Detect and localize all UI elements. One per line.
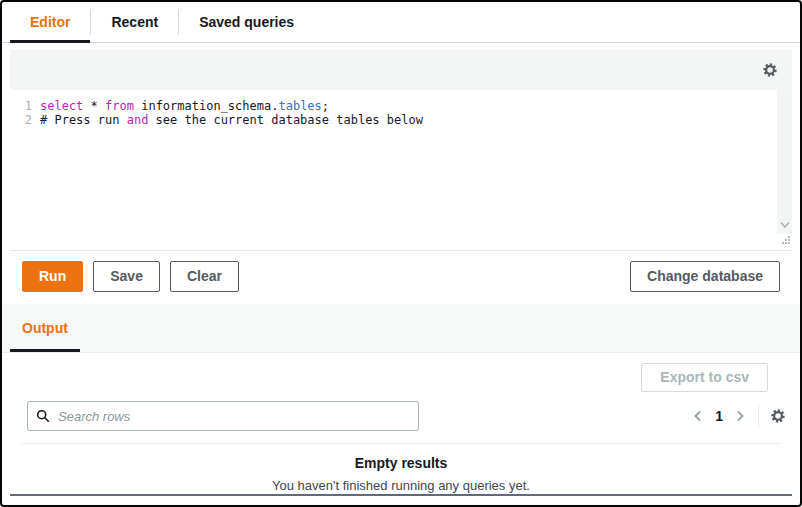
change-database-button[interactable]: Change database [630, 261, 780, 292]
tab-saved-queries[interactable]: Saved queries [179, 2, 314, 42]
tab-output[interactable]: Output [10, 305, 80, 352]
editor-tabbar: Editor Recent Saved queries [2, 2, 800, 43]
search-rows-field [27, 401, 419, 431]
empty-results-title: Empty results [22, 444, 780, 471]
results-table: Empty results You haven't finished runni… [22, 443, 780, 507]
export-to-csv-button[interactable]: Export to csv [641, 363, 768, 392]
query-editor-window: Editor Recent Saved queries 1select * fr… [0, 0, 802, 507]
output-bottom-edge [10, 494, 792, 496]
chevron-down-icon [779, 218, 791, 232]
gear-icon[interactable] [762, 62, 778, 78]
tab-editor[interactable]: Editor [10, 2, 90, 42]
run-button[interactable]: Run [22, 261, 83, 292]
chevron-left-icon[interactable] [691, 409, 705, 423]
tab-recent[interactable]: Recent [91, 2, 178, 42]
editor-actions: Run Save Clear Change database [2, 251, 800, 304]
gear-icon[interactable] [770, 408, 786, 424]
save-button[interactable]: Save [93, 261, 160, 292]
editor-scrollbar[interactable] [777, 90, 792, 234]
editor-toolbar [10, 50, 792, 90]
code-lines: 1select * from information_schema.tables… [10, 99, 792, 127]
clear-button[interactable]: Clear [170, 261, 239, 292]
current-page[interactable]: 1 [714, 408, 724, 424]
empty-results-subtitle: You haven't finished running any queries… [22, 471, 780, 507]
pagination: 1 [691, 404, 786, 428]
resize-grip-icon[interactable] [781, 234, 791, 248]
export-row: Export to csv [2, 353, 800, 392]
search-rows-input[interactable] [27, 401, 419, 431]
results-controls: 1 [2, 392, 800, 431]
output-header: Output [2, 304, 800, 353]
sql-code-editor[interactable]: 1select * from information_schema.tables… [10, 90, 792, 251]
pager-divider [758, 404, 759, 428]
chevron-right-icon[interactable] [733, 409, 747, 423]
